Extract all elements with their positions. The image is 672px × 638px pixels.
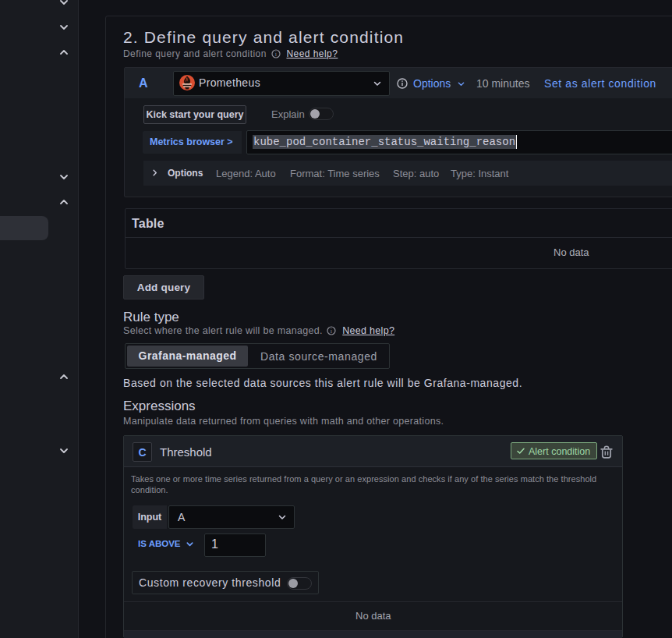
svg-text:i: i [274,51,277,58]
svg-text:i: i [331,328,333,335]
